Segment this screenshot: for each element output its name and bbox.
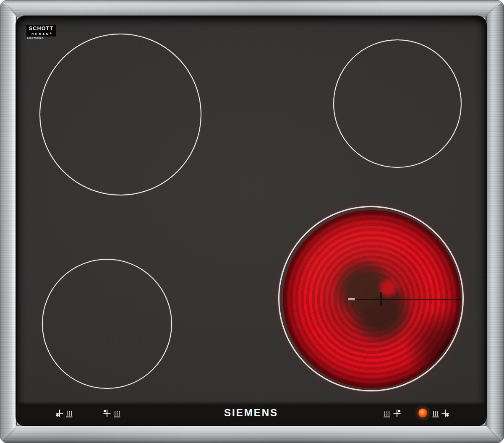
residual-heat-icon	[113, 409, 121, 417]
zone-cross-dot-bottom-left-icon	[55, 409, 64, 417]
glass-surface: SCHOTT CERAN® 9000738805	[17, 17, 486, 425]
cooking-zone-front-left	[42, 259, 172, 389]
zone-cross-dot-bottom-right-icon	[441, 409, 449, 417]
part-number: 9000738805	[27, 37, 43, 39]
zone-marking-front-right	[432, 409, 449, 417]
residual-heat-icon	[432, 409, 439, 417]
badge-line2: CERAN®	[31, 32, 52, 36]
sensor-center-pin	[380, 292, 382, 306]
zone-marking-front-left	[55, 409, 73, 417]
frame-top	[0, 0, 504, 17]
zone-marking-back-left	[103, 409, 121, 417]
registered-mark: ®	[50, 32, 52, 35]
cooktop: SCHOTT CERAN® 9000738805	[0, 0, 504, 443]
schott-ceran-badge: SCHOTT CERAN®	[26, 25, 56, 36]
temperature-sensor-rod	[349, 299, 461, 300]
frame-left	[0, 0, 17, 443]
cooking-zone-back-right	[333, 39, 462, 168]
siemens-wordmark: SIEMENS	[224, 408, 278, 418]
frame-right	[486, 0, 504, 443]
sensor-rod-tip	[348, 298, 355, 300]
residual-heat-icon	[383, 409, 391, 417]
cooking-zone-front-right-hot	[278, 206, 464, 391]
badge-line1: SCHOTT	[29, 26, 54, 31]
cooktop-photo: SCHOTT CERAN® 9000738805	[0, 0, 504, 443]
zone-cross-dot-top-left-icon	[103, 409, 111, 417]
glowing-heating-element	[283, 210, 461, 388]
residual-heat-led	[418, 409, 427, 417]
zone-cross-dot-top-right-icon	[393, 409, 401, 417]
zone-marking-back-right	[383, 409, 401, 417]
frame-bottom	[0, 425, 504, 443]
control-marking-band: SIEMENS	[17, 401, 486, 425]
residual-heat-icon	[65, 409, 73, 417]
cooking-zone-back-left	[39, 34, 201, 195]
